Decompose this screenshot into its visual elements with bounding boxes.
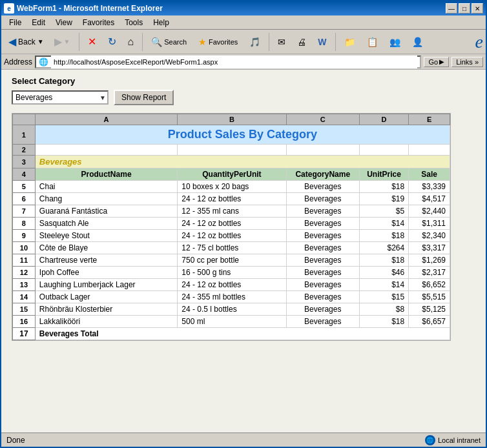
cell-8-qty: 24 - 12 oz bottles: [178, 218, 286, 230]
header-product-name: ProductName: [35, 168, 177, 181]
cell-6-price: $19: [359, 193, 408, 205]
favorites-icon: ★: [198, 37, 207, 47]
extra-button[interactable]: 👥: [385, 32, 405, 52]
data-row-11: 11 Chartreuse verte 750 cc per bottle Be…: [13, 254, 450, 267]
cell-13-cat: Beverages: [286, 279, 359, 291]
cell-9-price: $18: [359, 230, 408, 242]
spreadsheet-title: Product Sales By Category: [35, 125, 450, 145]
row-num-7: 7: [13, 205, 36, 218]
menu-help[interactable]: Help: [148, 17, 174, 28]
cell-11-name: Chartreuse verte: [35, 254, 177, 267]
cell-16-price: $18: [359, 316, 408, 328]
cell-11-price: $18: [359, 254, 408, 267]
forward-dropdown-icon: ▼: [64, 38, 70, 45]
cell-9-sale: $2,340: [409, 230, 450, 242]
cell-7-qty: 12 - 355 ml cans: [178, 205, 286, 218]
search-button[interactable]: 🔍 Search: [147, 32, 191, 52]
spreadsheet-container: A B C D E 1 Product Sales By Category 2: [12, 113, 451, 341]
stop-icon: ✕: [88, 36, 96, 48]
col-header-empty: [13, 114, 36, 125]
history-button[interactable]: 📋: [362, 32, 382, 52]
cell-8-cat: Beverages: [286, 218, 359, 230]
data-row-15: 15 Rhönbräu Klosterbier 24 - 0.5 l bottl…: [13, 303, 450, 316]
category-select[interactable]: Beverages Condiments Confections Dairy P…: [12, 90, 109, 105]
address-bar: Address 🌐 Go ▶ Links »: [1, 54, 486, 70]
tools-button[interactable]: 📁: [340, 32, 360, 52]
cell-6-sale: $4,517: [409, 193, 450, 205]
menu-favorites[interactable]: Favorites: [78, 17, 119, 28]
print-icon: 🖨: [297, 37, 306, 47]
cell-10-cat: Beverages: [286, 242, 359, 254]
links-button[interactable]: Links »: [451, 57, 483, 67]
maximize-button[interactable]: □: [459, 3, 470, 14]
cell-12-qty: 16 - 500 g tins: [178, 267, 286, 279]
menu-file[interactable]: File: [4, 17, 26, 28]
refresh-icon: ↻: [108, 36, 116, 48]
total-row-17: 17 Beverages Total: [13, 328, 450, 340]
data-row-6: 6 Chang 24 - 12 oz bottles Beverages $19…: [13, 193, 450, 205]
cell-14-sale: $5,515: [409, 291, 450, 303]
cell-10-qty: 12 - 75 cl bottles: [178, 242, 286, 254]
category-row-3: 3 Beverages: [13, 156, 450, 168]
stop-button[interactable]: ✕: [83, 32, 101, 52]
row-num-10: 10: [13, 242, 36, 254]
close-button[interactable]: ✕: [471, 3, 483, 14]
col-header-a: A: [35, 114, 177, 125]
row-num-5: 5: [13, 181, 36, 193]
address-input[interactable]: [51, 56, 417, 68]
cell-10-name: Côte de Blaye: [35, 242, 177, 254]
data-row-7: 7 Guaraná Fantástica 12 - 355 ml cans Be…: [13, 205, 450, 218]
blank-cell-2e: [409, 145, 450, 156]
cell-5-qty: 10 boxes x 20 bags: [178, 181, 286, 193]
data-row-12: 12 Ipoh Coffee 16 - 500 g tins Beverages…: [13, 267, 450, 279]
print-button[interactable]: 🖨: [293, 32, 311, 52]
cell-16-cat: Beverages: [286, 316, 359, 328]
col-header-c: C: [286, 114, 359, 125]
home-button[interactable]: ⌂: [123, 32, 139, 52]
media-button[interactable]: 🎵: [245, 32, 265, 52]
col-header-e: E: [409, 114, 450, 125]
refresh-button[interactable]: ↻: [103, 32, 121, 52]
row-num-12: 12: [13, 267, 36, 279]
minimize-button[interactable]: —: [446, 3, 457, 14]
zone-icon: 🌐: [425, 435, 435, 445]
back-dropdown-icon: ▼: [37, 38, 44, 45]
cell-5-sale: $3,339: [409, 181, 450, 193]
home-icon: ⌂: [128, 36, 134, 48]
toolbar-sep-1: [79, 33, 79, 51]
menu-edit[interactable]: Edit: [26, 17, 50, 28]
menu-tools[interactable]: Tools: [119, 17, 148, 28]
extra2-button[interactable]: 👤: [408, 32, 428, 52]
word-button[interactable]: W: [313, 32, 331, 52]
cell-5-name: Chai: [35, 181, 177, 193]
total-label: Beverages Total: [35, 328, 450, 340]
history-icon: 📋: [367, 37, 378, 47]
data-row-13: 13 Laughing Lumberjack Lager 24 - 12 oz …: [13, 279, 450, 291]
row-num-13: 13: [13, 279, 36, 291]
show-report-button[interactable]: Show Report: [114, 90, 174, 105]
col-header-b: B: [178, 114, 286, 125]
row-num-15: 15: [13, 303, 36, 316]
cell-5-cat: Beverages: [286, 181, 359, 193]
cell-7-name: Guaraná Fantástica: [35, 205, 177, 218]
back-button[interactable]: ◀ Back ▼: [4, 32, 48, 52]
window-title: WebForm1 - Microsoft Internet Explorer: [17, 4, 163, 13]
go-button[interactable]: Go ▶: [424, 57, 449, 67]
favorites-button[interactable]: ★ Favorites: [194, 32, 242, 52]
browser-icon: e: [4, 3, 14, 14]
toolbar-sep-3: [269, 33, 269, 51]
header-row-4: 4 ProductName QuantityPerUnit CategoryNa…: [13, 168, 450, 181]
window-controls: — □ ✕: [446, 3, 483, 14]
cell-15-price: $8: [359, 303, 408, 316]
menu-view[interactable]: View: [50, 17, 78, 28]
mail-button[interactable]: ✉: [273, 32, 290, 52]
forward-button[interactable]: ▶ ▼: [50, 32, 75, 52]
data-row-5: 5 Chai 10 boxes x 20 bags Beverages $18 …: [13, 181, 450, 193]
data-row-8: 8 Sasquatch Ale 24 - 12 oz bottles Bever…: [13, 218, 450, 230]
row-num-1: 1: [13, 125, 36, 145]
blank-cell-2d: [359, 145, 408, 156]
status-bar: Done 🌐 Local intranet: [1, 433, 486, 447]
category-select-wrapper: Beverages Condiments Confections Dairy P…: [12, 90, 109, 105]
row-num-17: 17: [13, 328, 36, 340]
data-row-10: 10 Côte de Blaye 12 - 75 cl bottles Beve…: [13, 242, 450, 254]
